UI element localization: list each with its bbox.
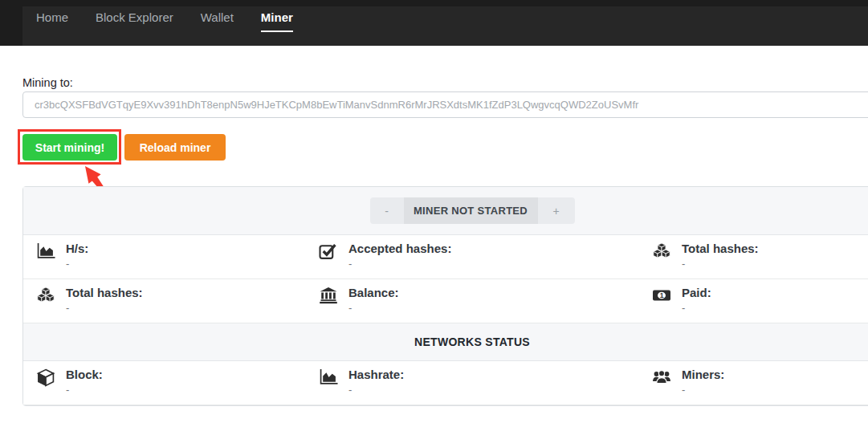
stat-miners: Miners: - [639, 361, 868, 405]
stat-value: - [682, 258, 759, 270]
stats-row-2: Total hashes: - Balance: - [23, 279, 868, 323]
top-navbar: Home Block Explorer Wallet Miner [0, 0, 868, 46]
money-bill-icon: 1 [651, 285, 672, 304]
start-mining-button[interactable]: Start mining! [22, 134, 117, 161]
stat-value: - [348, 384, 404, 396]
stat-label: Hashrate: [348, 367, 404, 382]
cubes-icon [651, 241, 672, 260]
stats-row-3: Block: - Hashrate: - [23, 361, 868, 405]
users-icon [651, 367, 672, 386]
stat-balance: Balance: - [306, 279, 639, 323]
stat-label: Miners: [682, 367, 724, 382]
area-chart-icon [35, 241, 56, 260]
stat-value: - [348, 258, 451, 270]
bank-icon [318, 285, 339, 304]
decrease-threads-button[interactable]: - [370, 197, 404, 224]
stat-label: Balance: [348, 285, 399, 300]
stats-row-1: H/s: - Accepted hashes: - [23, 235, 868, 279]
stat-hs: H/s: - [23, 235, 306, 278]
area-chart-icon [318, 367, 339, 386]
stat-value: - [66, 258, 88, 270]
svg-text:1: 1 [660, 291, 664, 299]
cubes-icon [35, 285, 56, 304]
stat-hashrate: Hashrate: - [306, 361, 639, 405]
stat-value: - [348, 302, 399, 315]
stat-label: Paid: [682, 285, 711, 300]
miner-status-bar: - MINER NOT STARTED + [23, 187, 868, 235]
nav-tab-wallet[interactable]: Wallet [187, 0, 247, 46]
mining-address-input[interactable] [22, 91, 868, 118]
nav-tab-block-explorer[interactable]: Block Explorer [82, 0, 187, 46]
stat-paid: 1 Paid: - [639, 279, 868, 323]
stat-label: Accepted hashes: [348, 241, 451, 256]
check-square-icon [318, 241, 339, 260]
nav-tab-miner[interactable]: Miner [247, 0, 307, 46]
mining-to-label: Mining to: [22, 76, 73, 89]
nav-tabs: Home Block Explorer Wallet Miner [22, 0, 307, 46]
miner-stats-panel: - MINER NOT STARTED + H/s: - [22, 186, 868, 406]
networks-status-header: NETWORKS STATUS [23, 323, 868, 361]
stat-total-hashes-2: Total hashes: - [23, 279, 306, 323]
stat-block: Block: - [23, 361, 306, 405]
stat-value: - [66, 302, 143, 315]
stat-label: Total hashes: [682, 241, 759, 256]
stat-value: - [682, 384, 724, 396]
miner-status-badge: MINER NOT STARTED [404, 197, 538, 224]
stat-label: Block: [66, 367, 103, 382]
cube-icon [35, 367, 56, 387]
miner-status-group: - MINER NOT STARTED + [370, 197, 575, 224]
stat-label: H/s: [66, 241, 88, 256]
nav-tab-home[interactable]: Home [22, 0, 82, 46]
stat-accepted-hashes: Accepted hashes: - [306, 235, 639, 278]
increase-threads-button[interactable]: + [538, 197, 575, 224]
stat-total-hashes: Total hashes: - [639, 235, 868, 278]
reload-miner-button[interactable]: Reload miner [124, 134, 226, 161]
stat-value: - [682, 302, 711, 315]
stat-label: Total hashes: [66, 285, 143, 300]
stat-value: - [66, 384, 103, 396]
